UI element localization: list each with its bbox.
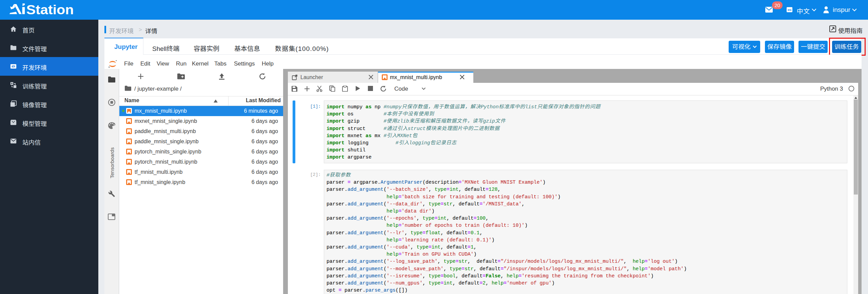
svg-text:EN: EN <box>788 8 791 12</box>
svg-text:Station: Station <box>26 3 74 17</box>
